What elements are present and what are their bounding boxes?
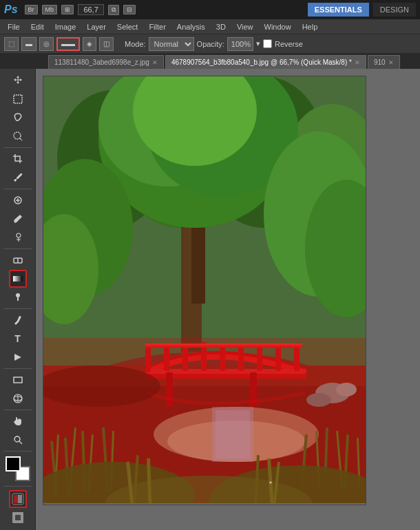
essentials-button[interactable]: ESSENTIALS bbox=[308, 3, 369, 17]
crop-tool[interactable] bbox=[9, 150, 27, 168]
gradient-angle[interactable]: ◈ bbox=[83, 37, 96, 51]
new-layer-opt[interactable]: ⬚ bbox=[4, 37, 19, 51]
menu-bar: File Edit Image Layer Select Filter Anal… bbox=[0, 19, 420, 34]
quick-select-tool[interactable] bbox=[9, 127, 27, 145]
menu-analysis[interactable]: Analysis bbox=[172, 21, 210, 32]
tool-sep-8 bbox=[3, 486, 32, 487]
menu-3d[interactable]: 3D bbox=[211, 21, 231, 32]
gradient-radial[interactable]: ◎ bbox=[39, 37, 54, 51]
layout-button[interactable]: ⊞ bbox=[61, 5, 74, 14]
path-select-tool[interactable] bbox=[9, 348, 27, 366]
lasso-tool[interactable] bbox=[9, 109, 27, 127]
toolbar: T bbox=[0, 69, 36, 530]
canvas-image bbox=[43, 76, 366, 503]
screen-mode-button[interactable] bbox=[9, 509, 27, 527]
dodge-tool[interactable] bbox=[9, 288, 27, 306]
zoom-tool[interactable] bbox=[9, 431, 27, 449]
eraser-tool[interactable] bbox=[9, 251, 27, 269]
gradient-reflect[interactable]: ◫ bbox=[99, 37, 114, 51]
svg-line-16 bbox=[19, 441, 22, 444]
mode-select[interactable]: Normal Multiply Screen Overlay bbox=[149, 37, 194, 51]
tabs-bar: 113811480_3abed6998e_z.jpg ✕ 4678907564_… bbox=[0, 54, 420, 69]
ps-logo: Ps bbox=[4, 3, 18, 16]
options-bar: ⬚ ▬ ◎ ▬▬ ◈ ◫ Mode: Normal Multiply Scree… bbox=[0, 34, 420, 54]
svg-line-2 bbox=[20, 138, 22, 140]
type-icon: T bbox=[14, 333, 21, 344]
gradient-active-btn[interactable]: ▬▬ bbox=[56, 37, 80, 51]
healing-tool[interactable] bbox=[9, 191, 27, 209]
canvas bbox=[43, 76, 366, 505]
bridge-button[interactable]: Br bbox=[25, 5, 38, 14]
tool-sep-6 bbox=[3, 410, 32, 410]
svg-point-5 bbox=[17, 233, 21, 237]
type-tool[interactable]: T bbox=[9, 330, 27, 348]
tab-3-label: 910 bbox=[374, 59, 386, 66]
menu-image[interactable]: Image bbox=[50, 21, 81, 32]
hand-tool[interactable] bbox=[9, 412, 27, 430]
svg-rect-21 bbox=[14, 514, 21, 521]
gradient-linear[interactable]: ▬ bbox=[21, 37, 36, 51]
tool-sep-7 bbox=[3, 451, 32, 452]
svg-rect-0 bbox=[14, 95, 22, 103]
svg-rect-19 bbox=[18, 495, 22, 503]
design-button[interactable]: DESIGN bbox=[373, 3, 416, 17]
menu-window[interactable]: Window bbox=[260, 21, 296, 32]
top-bar: Ps Br Mb ⊞ 66,7 ⧉ ⊟ ESSENTIALS DESIGN bbox=[0, 0, 420, 19]
minibrige-button[interactable]: Mb bbox=[42, 5, 58, 14]
svg-rect-10 bbox=[17, 297, 19, 301]
tool-sep-3 bbox=[3, 248, 32, 249]
menu-view[interactable]: View bbox=[232, 21, 258, 32]
color-selector[interactable] bbox=[6, 456, 30, 481]
eyedropper-tool[interactable] bbox=[9, 169, 27, 187]
reverse-label: Reverse bbox=[275, 40, 303, 48]
main-area: T bbox=[0, 69, 420, 530]
svg-rect-87 bbox=[43, 338, 366, 503]
brush-tool[interactable] bbox=[9, 210, 27, 228]
pen-tool[interactable] bbox=[9, 311, 27, 329]
menu-select[interactable]: Select bbox=[112, 21, 143, 32]
gradient-tool[interactable] bbox=[9, 270, 27, 288]
mode-label: Mode: bbox=[125, 40, 146, 48]
tool-sep-5 bbox=[3, 368, 32, 369]
svg-point-15 bbox=[14, 436, 20, 442]
arrange-button[interactable]: ⧉ bbox=[108, 5, 119, 15]
tab-3[interactable]: 910 ✕ bbox=[368, 55, 400, 69]
menu-layer[interactable]: Layer bbox=[82, 21, 111, 32]
shape-tool[interactable] bbox=[9, 371, 27, 389]
clone-stamp-tool[interactable] bbox=[9, 229, 27, 246]
tab-3-close[interactable]: ✕ bbox=[388, 59, 394, 66]
opacity-input[interactable] bbox=[227, 37, 253, 51]
reverse-checkbox[interactable] bbox=[263, 39, 272, 48]
tab-1-label: 113811480_3abed6998e_z.jpg bbox=[54, 59, 149, 66]
svg-rect-18 bbox=[14, 495, 18, 503]
tab-1-close[interactable]: ✕ bbox=[152, 59, 158, 66]
menu-file[interactable]: File bbox=[3, 21, 25, 32]
menu-edit[interactable]: Edit bbox=[26, 21, 49, 32]
menu-filter[interactable]: Filter bbox=[144, 21, 170, 32]
move-tool[interactable] bbox=[9, 72, 27, 89]
tab-1[interactable]: 113811480_3abed6998e_z.jpg ✕ bbox=[48, 55, 164, 69]
svg-point-1 bbox=[14, 132, 21, 139]
tool-sep-1 bbox=[3, 147, 32, 148]
tab-2-close[interactable]: ✕ bbox=[355, 59, 360, 66]
opacity-label: Opacity: bbox=[197, 40, 224, 48]
tool-sep-2 bbox=[3, 189, 32, 189]
tool-sep-4 bbox=[3, 308, 32, 309]
3d-tool[interactable] bbox=[9, 390, 27, 407]
svg-rect-11 bbox=[14, 377, 22, 383]
menu-help[interactable]: Help bbox=[297, 21, 323, 32]
quick-mask-button[interactable] bbox=[9, 490, 27, 508]
svg-rect-8 bbox=[13, 276, 23, 282]
zoom-display: 66,7 bbox=[78, 4, 104, 15]
screens-button[interactable]: ⊟ bbox=[123, 5, 136, 14]
canvas-area[interactable] bbox=[36, 69, 420, 530]
svg-point-4 bbox=[14, 222, 15, 223]
foreground-color[interactable] bbox=[6, 456, 21, 471]
tab-2[interactable]: 4678907564_b3fb80a540_b.jpg @ 66,7% (Qui… bbox=[165, 55, 366, 69]
marquee-tool[interactable] bbox=[9, 90, 27, 108]
tab-2-label: 4678907564_b3fb80a540_b.jpg @ 66,7% (Qui… bbox=[171, 59, 352, 66]
